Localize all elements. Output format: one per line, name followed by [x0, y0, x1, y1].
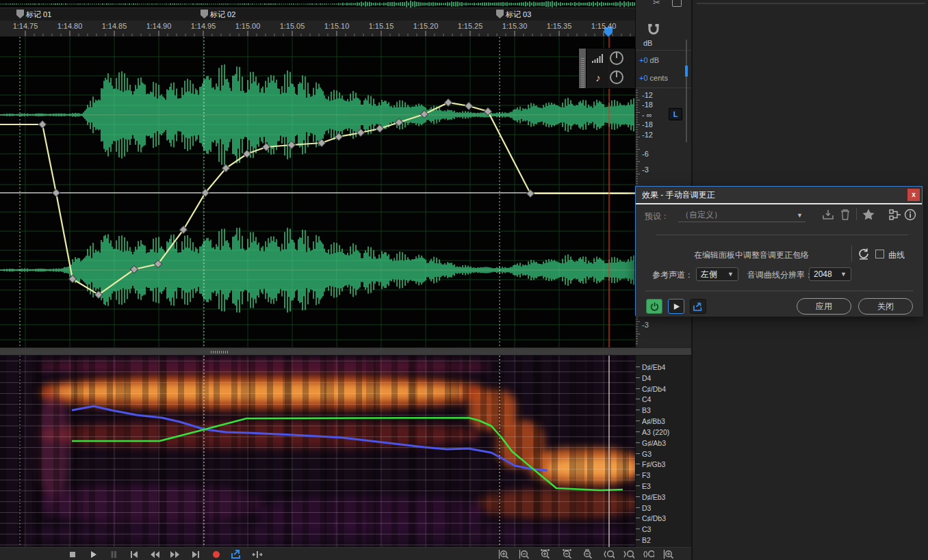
bypass-preview-button[interactable]	[690, 299, 706, 314]
skip-start-button[interactable]	[127, 548, 142, 560]
close-button[interactable]: 关闭	[858, 298, 913, 315]
volume-pitch-hud[interactable]: ♪	[578, 48, 636, 89]
marker-flag[interactable]	[496, 10, 504, 18]
routing-icon[interactable]	[889, 209, 901, 220]
db-scale-label: -18	[642, 120, 653, 129]
marker-label[interactable]: 标记 03	[506, 10, 531, 20]
record-button[interactable]	[209, 548, 224, 560]
zoom-selection-icon	[643, 549, 654, 560]
play-button[interactable]	[86, 548, 101, 560]
pause-button[interactable]	[106, 548, 121, 560]
panel-divider[interactable]	[0, 347, 691, 356]
record-icon	[211, 549, 222, 560]
time-ruler[interactable]: 1:14.751:14.801:14.851:14.901:14.951:15.…	[0, 21, 635, 37]
preset-dropdown[interactable]: （自定义）▼	[678, 209, 805, 222]
channel-badge-left[interactable]: L	[669, 108, 682, 120]
envelope-keyframe[interactable]	[465, 102, 472, 109]
gain-readout[interactable]: +0 dB	[639, 56, 659, 64]
envelope-keyframe[interactable]	[38, 120, 46, 128]
zoom-full-button[interactable]	[580, 548, 595, 560]
scissors-icon[interactable]: ✂	[653, 0, 660, 8]
ruler-time-label: 1:14.85	[102, 22, 127, 30]
resolution-dropdown[interactable]: 2048▼	[809, 267, 851, 281]
envelope-keyframe[interactable]	[335, 133, 342, 140]
dialog-close-button[interactable]: x	[907, 189, 920, 201]
note-scale-label: G♯/Ab3	[642, 439, 666, 447]
note-scale-label: D♯/Eb4	[642, 363, 665, 371]
zoom-in-v-button[interactable]	[496, 548, 511, 560]
curve-checkbox[interactable]	[875, 250, 884, 258]
reference-channel-dropdown[interactable]: 左侧▼	[696, 267, 738, 281]
marker-flag[interactable]	[16, 10, 24, 18]
scrub-button[interactable]	[250, 548, 265, 560]
ruler-time-label: 1:15.00	[235, 22, 261, 30]
envelope-keyframe[interactable]	[262, 143, 270, 150]
pitch-readout[interactable]: +0 cents	[639, 74, 668, 82]
chevron-down-icon: ▼	[727, 271, 734, 278]
magnet-icon[interactable]	[647, 22, 660, 36]
zoom-out-h-button[interactable]	[560, 548, 575, 560]
zoom-full-icon	[582, 549, 593, 560]
envelope-keyframe[interactable]	[484, 107, 491, 115]
envelope-keyframe[interactable]	[526, 189, 534, 197]
waveform-editor[interactable]	[0, 37, 635, 347]
envelope-hint-text: 在编辑面板中调整音调更正包络	[694, 250, 809, 261]
dialog-title[interactable]: 效果 - 手动音调更正	[636, 187, 922, 204]
spectral-pitch-panel[interactable]	[0, 356, 635, 547]
pitch-knob[interactable]	[610, 70, 623, 84]
ruler-time-label: 1:15.10	[324, 22, 350, 30]
transport-toolbar	[0, 547, 691, 560]
zoom-in-h-button[interactable]	[538, 548, 553, 560]
apply-button[interactable]: 应用	[797, 298, 851, 315]
zoom-reset-button[interactable]	[661, 548, 676, 560]
envelope-keyframe[interactable]	[376, 124, 383, 132]
envelope-keyframe[interactable]	[357, 129, 364, 136]
envelope-keyframe[interactable]	[52, 189, 60, 196]
fast-forward-icon	[170, 549, 181, 560]
divider-grip[interactable]	[211, 351, 229, 354]
marker-label[interactable]: 标记 02	[210, 10, 235, 20]
hud-drag-handle[interactable]	[579, 49, 587, 88]
skip-end-button[interactable]	[188, 548, 203, 560]
envelope-keyframe[interactable]	[395, 118, 402, 126]
marker-bar[interactable]: 标记 01标记 02标记 03	[0, 8, 635, 21]
favorite-star-icon[interactable]	[862, 208, 875, 222]
zoom-selection-button[interactable]	[641, 548, 656, 560]
zoom-in-point-button[interactable]	[602, 548, 617, 560]
vertical-scrollbar-thumb[interactable]	[685, 66, 688, 77]
scale-unit-header[interactable]: dB	[636, 36, 692, 51]
db-scale-label: -18	[642, 101, 653, 109]
note-scale-label: F3	[642, 471, 650, 479]
zoom-out-v-button[interactable]	[517, 548, 532, 560]
reference-channel-label: 参考声道：	[652, 269, 693, 281]
ruler-time-label: 1:14.80	[57, 22, 83, 30]
fast-forward-button[interactable]	[168, 548, 183, 560]
corrected-pitch-curve[interactable]	[72, 418, 623, 490]
save-preset-icon[interactable]	[822, 209, 834, 221]
marker-flag[interactable]	[201, 10, 208, 18]
pause-icon	[108, 549, 119, 560]
ruler-time-label: 1:14.90	[146, 22, 172, 30]
note-scale-label: B2	[642, 536, 651, 544]
vertical-scrollbar[interactable]	[686, 40, 687, 142]
zoom-in-h-icon	[540, 549, 551, 560]
preview-play-button[interactable]	[668, 299, 684, 314]
overview-strip[interactable]	[0, 0, 635, 8]
note-scale-label: A3 (220)	[642, 428, 669, 436]
gain-knob[interactable]	[610, 51, 623, 65]
ruler-time-label: 1:14.95	[191, 22, 216, 30]
rewind-button[interactable]	[147, 548, 162, 560]
effect-power-toggle[interactable]	[646, 299, 662, 314]
ruler-time-label: 1:15.25	[458, 22, 483, 30]
stop-button[interactable]	[65, 548, 80, 560]
info-icon[interactable]	[904, 209, 916, 221]
note-scale-label: C3	[642, 525, 651, 533]
loop-button[interactable]	[229, 548, 244, 560]
zoom-out-h-icon	[562, 549, 573, 560]
reset-envelope-icon[interactable]	[858, 248, 870, 260]
panel-icon[interactable]	[672, 0, 682, 7]
delete-preset-icon[interactable]	[840, 209, 851, 221]
zoom-out-point-button[interactable]	[621, 548, 636, 560]
curve-checkbox-label: 曲线	[888, 250, 905, 261]
marker-label[interactable]: 标记 01	[26, 10, 51, 20]
